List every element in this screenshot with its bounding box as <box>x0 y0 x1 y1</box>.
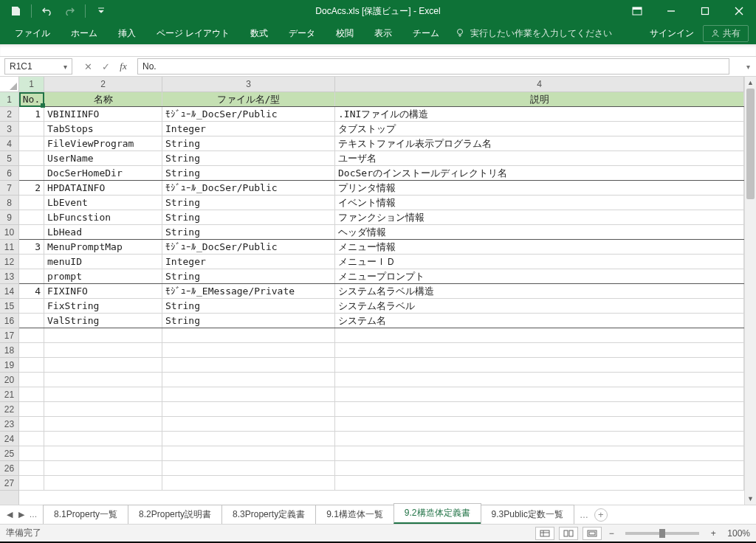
row-header[interactable]: 5 <box>0 151 18 166</box>
sheet-nav-more[interactable]: … <box>28 510 38 519</box>
cell[interactable] <box>335 461 744 475</box>
cell[interactable]: DocSerのインストールディレクトリ名 <box>335 166 744 180</box>
cell[interactable]: .INIファイルの構造 <box>335 107 744 121</box>
cell[interactable]: ﾓｼﾞｭｰﾙ_DocSer/Public <box>162 181 335 195</box>
cell[interactable]: LbHead <box>44 225 162 239</box>
enter-formula-button[interactable]: ✓ <box>97 58 114 75</box>
undo-button[interactable] <box>38 2 57 20</box>
cell[interactable] <box>162 432 335 446</box>
cell[interactable] <box>44 417 162 431</box>
cell[interactable] <box>19 166 44 180</box>
tab-review[interactable]: 校閲 <box>326 22 364 44</box>
cell[interactable]: 3 <box>19 240 44 254</box>
cell[interactable] <box>19 269 44 283</box>
cell[interactable]: ヘッダ情報 <box>335 225 744 239</box>
cell[interactable] <box>19 328 44 342</box>
save-button[interactable] <box>6 2 25 20</box>
row-header[interactable]: 9 <box>0 210 18 225</box>
scrollbar-thumb[interactable] <box>746 89 755 199</box>
maximize-button[interactable] <box>688 0 722 22</box>
cell[interactable] <box>44 358 162 372</box>
cell[interactable]: ﾓｼﾞｭｰﾙ_DocSer/Public <box>162 240 335 254</box>
sheet-tab[interactable]: 8.2Property説明書 <box>128 505 222 524</box>
row-header[interactable]: 1 <box>0 92 18 107</box>
cell[interactable]: メニューＩＤ <box>335 255 744 269</box>
row-header[interactable]: 7 <box>0 181 18 196</box>
column-header[interactable]: 2 <box>44 77 162 91</box>
cell[interactable]: システム名ラベル構造 <box>335 284 744 298</box>
cell[interactable] <box>44 343 162 357</box>
row-header[interactable]: 12 <box>0 255 18 269</box>
sheet-tab[interactable]: 8.3Property定義書 <box>221 505 316 524</box>
cell[interactable] <box>162 373 335 387</box>
cell[interactable] <box>19 225 44 239</box>
cell[interactable] <box>19 136 44 151</box>
cells-area[interactable]: No. 名称 ファイル名/型 説明 1VBINIINFOﾓｼﾞｭｰﾙ_DocSe… <box>19 92 744 505</box>
cell[interactable] <box>19 343 44 357</box>
cell[interactable]: 4 <box>19 284 44 298</box>
view-page-layout-button[interactable] <box>559 527 578 540</box>
cell[interactable]: ユーザ名 <box>335 151 744 165</box>
cell[interactable] <box>162 343 335 357</box>
header-cell-name[interactable]: 名称 <box>44 92 162 106</box>
header-cell-type[interactable]: ファイル名/型 <box>162 92 335 106</box>
cell[interactable]: ファンクション情報 <box>335 210 744 224</box>
row-header[interactable]: 25 <box>0 446 18 461</box>
cell[interactable]: DocSerHomeDir <box>44 166 162 180</box>
cell[interactable]: FileViewProgram <box>44 136 162 151</box>
tab-formulas[interactable]: 数式 <box>240 22 278 44</box>
tell-me-search[interactable]: 実行したい作業を入力してください <box>456 27 612 40</box>
tab-view[interactable]: 表示 <box>364 22 402 44</box>
share-button[interactable]: 共有 <box>703 25 749 42</box>
row-header[interactable]: 22 <box>0 402 18 417</box>
cell[interactable] <box>335 387 744 401</box>
cell[interactable] <box>335 446 744 460</box>
cell[interactable] <box>335 343 744 357</box>
row-header[interactable]: 6 <box>0 166 18 181</box>
cell[interactable] <box>19 417 44 431</box>
cell[interactable]: ﾓｼﾞｭｰﾙ_EMessage/Private <box>162 284 335 298</box>
row-header[interactable]: 20 <box>0 373 18 387</box>
signin-link[interactable]: サインイン <box>650 27 694 40</box>
cell[interactable]: Integer <box>162 122 335 136</box>
cell[interactable] <box>162 446 335 460</box>
select-all-button[interactable] <box>0 77 19 92</box>
cell[interactable]: FixString <box>44 299 162 313</box>
row-header[interactable]: 23 <box>0 417 18 432</box>
cell[interactable] <box>335 328 744 342</box>
cell[interactable] <box>19 210 44 224</box>
formula-input[interactable]: No. <box>137 58 729 75</box>
cell[interactable]: prompt <box>44 269 162 283</box>
cell[interactable] <box>19 476 44 490</box>
cell[interactable]: String <box>162 136 335 151</box>
row-header[interactable]: 19 <box>0 358 18 373</box>
row-header[interactable]: 2 <box>0 107 18 122</box>
minimize-button[interactable] <box>654 0 688 22</box>
cell[interactable]: String <box>162 314 335 328</box>
row-header[interactable]: 11 <box>0 240 18 255</box>
row-header[interactable]: 14 <box>0 284 18 299</box>
view-page-break-button[interactable] <box>583 527 602 540</box>
row-header[interactable]: 15 <box>0 299 18 314</box>
cell[interactable] <box>44 402 162 416</box>
cell[interactable]: Integer <box>162 255 335 269</box>
cell[interactable]: 2 <box>19 181 44 195</box>
cell[interactable] <box>44 476 162 490</box>
cell[interactable] <box>19 461 44 475</box>
cell[interactable] <box>335 358 744 372</box>
cell[interactable] <box>44 328 162 342</box>
column-header[interactable]: 4 <box>335 77 744 91</box>
cell[interactable]: システム名 <box>335 314 744 328</box>
cell[interactable] <box>162 417 335 431</box>
zoom-slider-thumb[interactable] <box>659 529 665 538</box>
new-sheet-button[interactable]: + <box>594 508 608 522</box>
ribbon-display-options-button[interactable] <box>620 0 654 22</box>
chevron-down-icon[interactable] <box>63 61 67 72</box>
cell[interactable]: String <box>162 210 335 224</box>
cell[interactable] <box>44 387 162 401</box>
cell[interactable] <box>335 432 744 446</box>
sheet-tab[interactable]: 9.1構造体一覧 <box>315 505 394 524</box>
header-cell-desc[interactable]: 説明 <box>335 92 744 106</box>
cell[interactable]: String <box>162 225 335 239</box>
cell[interactable] <box>19 122 44 136</box>
